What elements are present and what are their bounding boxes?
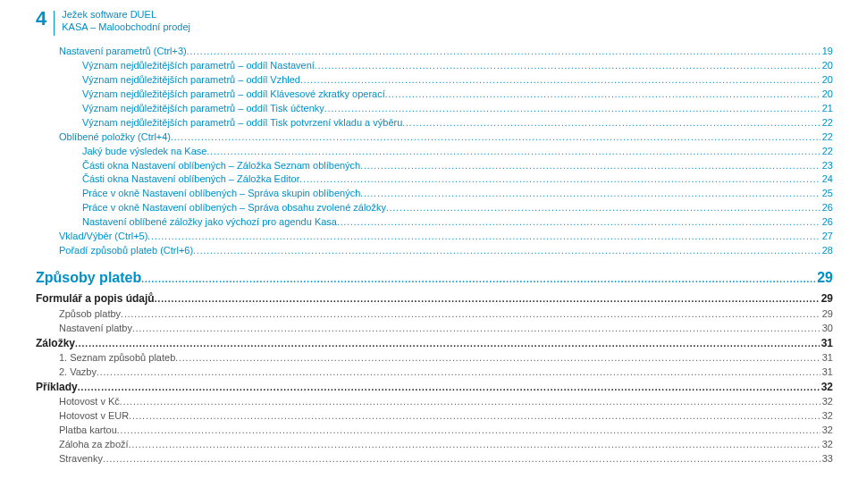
toc-page-number: 30 xyxy=(820,322,833,336)
toc-entry: Vklad/Výběr (Ctrl+5)27 xyxy=(36,230,833,244)
toc-leader-dots xyxy=(155,293,820,307)
toc-label: Práce v okně Nastavení oblíbených – Sprá… xyxy=(82,187,360,201)
toc-leader-dots xyxy=(337,216,820,230)
toc-label: Příklady xyxy=(36,380,78,395)
toc-leader-dots xyxy=(402,117,820,130)
toc-leader-dots xyxy=(315,60,820,73)
toc-page-number: 29 xyxy=(820,291,833,307)
toc-leader-dots xyxy=(299,173,820,187)
toc-page-number: 31 xyxy=(820,336,833,351)
toc-label: Nastavení parametrů (Ctrl+3) xyxy=(59,45,187,59)
toc-leader-dots xyxy=(141,273,815,287)
toc-leader-dots xyxy=(175,352,820,365)
toc-leader-dots xyxy=(385,88,820,102)
toc-label: Význam nejdůležitějších parametrů – oddí… xyxy=(82,73,300,88)
toc-entry: Způsoby plateb29 xyxy=(36,267,833,288)
toc-leader-dots xyxy=(171,131,820,145)
toc-label: Práce v okně Nastavení oblíbených – Sprá… xyxy=(82,201,386,215)
toc-page-number: 19 xyxy=(820,45,833,59)
toc-leader-dots xyxy=(78,382,820,395)
toc-page-number: 31 xyxy=(820,351,833,365)
toc-label: Význam nejdůležitějších parametrů – oddí… xyxy=(82,88,385,102)
toc-label: Hotovost v Kč xyxy=(59,395,120,409)
toc-page-number: 32 xyxy=(820,438,833,452)
toc-label: Vklad/Výběr (Ctrl+5) xyxy=(59,230,147,244)
toc-entry: Nastavení oblíbené záložky jako výchozí … xyxy=(36,215,833,230)
toc-entry: Záloha za zboží32 xyxy=(36,438,833,452)
toc-leader-dots xyxy=(103,453,820,466)
toc-entry: Formulář a popis údajů29 xyxy=(36,291,833,307)
toc-label: Nastavení oblíbené záložky jako výchozí … xyxy=(82,215,337,230)
toc-page-number: 29 xyxy=(820,307,833,322)
toc-entry: Jaký bude výsledek na Kase22 xyxy=(36,145,833,159)
toc-label: Význam nejdůležitějších parametrů – oddí… xyxy=(82,102,324,116)
toc-leader-dots xyxy=(129,439,820,452)
toc-page-number: 29 xyxy=(815,267,833,288)
toc-entry: Způsob platby29 xyxy=(36,307,833,322)
toc-page-number: 22 xyxy=(820,145,833,159)
toc-page-number: 20 xyxy=(820,73,833,88)
header-divider xyxy=(54,11,55,36)
toc-label: Části okna Nastavení oblíbených – Záložk… xyxy=(82,159,360,173)
toc-label: Hotovost v EUR xyxy=(59,409,129,424)
toc-entry: Nastavení platby30 xyxy=(36,322,833,336)
table-of-contents: Nastavení parametrů (Ctrl+3)19Význam nej… xyxy=(36,45,833,466)
toc-entry: Práce v okně Nastavení oblíbených – Sprá… xyxy=(36,201,833,215)
toc-entry: Nastavení parametrů (Ctrl+3)19 xyxy=(36,45,833,59)
page-header: 4 Ježek software DUEL KASA – Maloobchodn… xyxy=(36,9,833,36)
toc-entry: Význam nejdůležitějších parametrů – oddí… xyxy=(36,73,833,88)
toc-page-number: 33 xyxy=(820,452,833,466)
toc-page-number: 31 xyxy=(820,365,833,380)
toc-leader-dots xyxy=(121,308,820,322)
page-number: 4 xyxy=(36,9,46,29)
toc-leader-dots xyxy=(206,146,820,159)
toc-page-number: 20 xyxy=(820,88,833,102)
toc-entry: Části okna Nastavení oblíbených – Záložk… xyxy=(36,172,833,187)
toc-page-number: 27 xyxy=(820,230,833,244)
toc-entry: Význam nejdůležitějších parametrů – oddí… xyxy=(36,116,833,130)
toc-page-number: 28 xyxy=(820,244,833,258)
toc-page-number: 21 xyxy=(820,102,833,116)
toc-label: Části okna Nastavení oblíbených – Záložk… xyxy=(82,172,299,187)
toc-leader-dots xyxy=(117,424,820,438)
toc-entry: Stravenky33 xyxy=(36,452,833,466)
toc-page-number: 20 xyxy=(820,59,833,73)
toc-entry: Příklady32 xyxy=(36,380,833,395)
toc-entry: Význam nejdůležitějších parametrů – oddí… xyxy=(36,88,833,102)
header-line-2: KASA – Maloobchodní prodej xyxy=(62,21,190,34)
toc-entry: Hotovost v Kč32 xyxy=(36,395,833,409)
toc-page-number: 32 xyxy=(820,395,833,409)
toc-leader-dots xyxy=(120,396,820,409)
toc-page-number: 24 xyxy=(820,172,833,187)
toc-label: Nastavení platby xyxy=(59,322,132,336)
toc-label: Význam nejdůležitějších parametrů – oddí… xyxy=(82,59,315,73)
toc-leader-dots xyxy=(97,366,820,380)
toc-page-number: 23 xyxy=(820,159,833,173)
toc-leader-dots xyxy=(386,202,820,215)
toc-leader-dots xyxy=(147,231,820,244)
toc-label: 1. Seznam způsobů plateb xyxy=(59,351,175,365)
toc-label: Formulář a popis údajů xyxy=(36,291,155,307)
toc-entry: Pořadí způsobů plateb (Ctrl+6)28 xyxy=(36,244,833,258)
toc-entry: Záložky31 xyxy=(36,336,833,351)
toc-label: Oblíbené položky (Ctrl+4) xyxy=(59,130,171,145)
toc-page-number: 26 xyxy=(820,215,833,230)
toc-page-number: 32 xyxy=(820,424,833,438)
toc-leader-dots xyxy=(187,46,820,59)
toc-leader-dots xyxy=(360,188,820,201)
toc-leader-dots xyxy=(193,245,820,258)
toc-leader-dots xyxy=(300,74,820,88)
toc-page-number: 32 xyxy=(820,380,833,395)
toc-entry: Oblíbené položky (Ctrl+4)22 xyxy=(36,130,833,145)
toc-label: Pořadí způsobů plateb (Ctrl+6) xyxy=(59,244,193,258)
header-line-1: Ježek software DUEL xyxy=(62,9,190,21)
toc-label: Význam nejdůležitějších parametrů – oddí… xyxy=(82,116,402,130)
toc-leader-dots xyxy=(132,323,820,336)
toc-label: Záloha za zboží xyxy=(59,438,129,452)
toc-label: Záložky xyxy=(36,336,75,351)
toc-label: Způsob platby xyxy=(59,307,121,322)
toc-entry: 1. Seznam způsobů plateb31 xyxy=(36,351,833,365)
toc-label: 2. Vazby xyxy=(59,365,97,380)
toc-entry: Práce v okně Nastavení oblíbených – Sprá… xyxy=(36,187,833,201)
toc-label: Způsoby plateb xyxy=(36,267,141,288)
